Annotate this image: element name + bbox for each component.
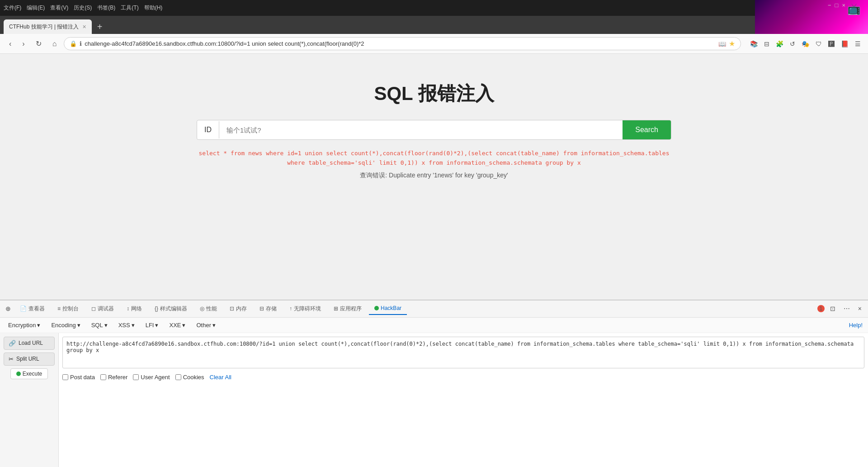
addon3-icon[interactable]: 🅿 — [826, 38, 836, 49]
search-form: ID Search — [197, 120, 671, 140]
hackbar-menu-xss[interactable]: XSS ▾ — [116, 320, 137, 330]
tab-close-icon[interactable]: × — [82, 23, 86, 30]
debugger-icon: ◻ — [91, 305, 96, 312]
cookies-checkbox[interactable] — [175, 374, 181, 380]
tab-inspector[interactable]: 📄 查看器 — [14, 302, 50, 315]
back-button[interactable]: ‹ — [5, 38, 15, 50]
minimize-button[interactable]: − — [828, 2, 831, 9]
console-icon: ≡ — [57, 305, 61, 312]
network-icon: ↕ — [127, 305, 129, 312]
cookies-label: Cookies — [183, 374, 204, 381]
tab-accessibility[interactable]: ↑ 无障碍环境 — [284, 302, 326, 315]
hackbar-menu-xxe[interactable]: XXE ▾ — [166, 320, 188, 330]
split-url-button[interactable]: ✂ Split URL — [4, 353, 55, 366]
bookmark-star-icon[interactable]: ★ — [729, 39, 735, 48]
home-button[interactable]: ⌂ — [49, 38, 61, 50]
tab-application[interactable]: ⊞ 应用程序 — [328, 302, 367, 315]
addon4-icon[interactable]: 📕 — [839, 38, 850, 49]
sql-chevron-icon: ▾ — [104, 322, 108, 329]
page-title: SQL 报错注入 — [374, 81, 494, 106]
addon1-icon[interactable]: 🎭 — [800, 38, 811, 49]
sql-query-line1: select * from news where id=1 union sele… — [197, 149, 671, 158]
devtools-more-icon[interactable]: ⋯ — [841, 303, 853, 314]
menu-tools[interactable]: 工具(T) — [121, 4, 138, 12]
error-badge: 1 — [817, 305, 825, 312]
forward-button[interactable]: › — [19, 38, 28, 50]
clear-all-button[interactable]: Clear All — [210, 374, 231, 381]
info-icon: ℹ — [80, 40, 82, 47]
hackbar-sidebar: 🔗 Load URL ✂ Split URL Execute — [0, 333, 59, 467]
hackbar-menu-encryption[interactable]: Encryption ▾ — [5, 320, 43, 330]
tab-hackbar[interactable]: HackBar — [369, 302, 407, 315]
devtools-pick-icon[interactable]: ⊕ — [4, 303, 13, 314]
menu-help[interactable]: 帮助(H) — [144, 4, 163, 12]
pocket-icon[interactable]: ↺ — [788, 38, 797, 49]
post-data-label: Post data — [70, 374, 95, 381]
menu-edit[interactable]: 编辑(E) — [27, 4, 45, 12]
id-input[interactable] — [219, 122, 623, 138]
tab-storage[interactable]: ⊟ 存储 — [254, 302, 282, 315]
menu-bookmarks[interactable]: 书签(B) — [97, 4, 115, 12]
split-url-icon: ✂ — [9, 356, 14, 362]
execute-button[interactable]: Execute — [10, 368, 48, 379]
search-button[interactable]: Search — [623, 120, 671, 139]
hackbar-help-button[interactable]: Help! — [849, 322, 863, 329]
refresh-button[interactable]: ↻ — [32, 38, 45, 50]
sql-query-line2: where table_schema='sqli' limit 0,1)) x … — [197, 158, 671, 168]
tab-console[interactable]: ≡ 控制台 — [52, 302, 84, 315]
nav-extra-icons: 📚 ⊟ 🧩 ↺ 🎭 🛡 🅿 📕 ☰ — [748, 38, 863, 49]
execute-area: Execute — [4, 368, 55, 379]
xxe-chevron-icon: ▾ — [182, 322, 185, 329]
load-url-icon: 🔗 — [9, 340, 16, 347]
user-agent-checkbox-label[interactable]: User Agent — [133, 374, 170, 381]
tab-network[interactable]: ↕ 网络 — [121, 302, 147, 315]
other-chevron-icon: ▾ — [212, 322, 216, 329]
tab-bar: CTFHub 技能学习 | 报错注入 × + — [0, 16, 868, 34]
browser-tab[interactable]: CTFHub 技能学习 | 报错注入 × — [4, 19, 92, 34]
page-content: SQL 报错注入 ID Search select * from news wh… — [0, 54, 868, 300]
hackbar-menu-sql[interactable]: SQL ▾ — [89, 320, 110, 330]
tab-performance[interactable]: ◎ 性能 — [194, 302, 222, 315]
post-data-checkbox[interactable] — [62, 374, 68, 380]
address-bar-input[interactable] — [85, 40, 716, 47]
sql-error-message: 查询错误: Duplicate entry '1news' for key 'g… — [197, 172, 671, 180]
menu-history[interactable]: 历史(S) — [74, 4, 92, 12]
inspector-icon: 📄 — [20, 305, 27, 312]
load-url-button[interactable]: 🔗 Load URL — [4, 337, 55, 350]
execute-icon — [16, 372, 21, 376]
library-icon[interactable]: 📚 — [748, 38, 760, 49]
devtools-close-icon[interactable]: × — [855, 303, 864, 314]
lfi-chevron-icon: ▾ — [155, 322, 158, 329]
maximize-button[interactable]: □ — [835, 2, 839, 9]
menu-view[interactable]: 查看(V) — [50, 4, 68, 12]
xss-chevron-icon: ▾ — [132, 322, 135, 329]
post-data-checkbox-label[interactable]: Post data — [62, 374, 95, 381]
menu-icon[interactable]: ☰ — [853, 38, 863, 49]
tab-style-editor[interactable]: {} 样式编辑器 — [149, 302, 193, 315]
devtools-right-controls: 1 ⊡ ⋯ × — [817, 303, 864, 314]
referer-checkbox[interactable] — [100, 374, 106, 380]
id-label: ID — [197, 121, 219, 138]
cookies-checkbox-label[interactable]: Cookies — [175, 374, 204, 381]
menu-file[interactable]: 文件(F) — [4, 4, 21, 12]
user-agent-checkbox[interactable] — [133, 374, 139, 380]
addon2-icon[interactable]: 🛡 — [814, 38, 824, 49]
url-textarea[interactable]: http://challenge-a8c4fcd7a6890e16.sandbo… — [62, 337, 864, 368]
referer-checkbox-label[interactable]: Referer — [100, 374, 127, 381]
storage-icon: ⊟ — [259, 305, 264, 312]
address-bar-container[interactable]: 🔒 ℹ 📖 ★ — [64, 37, 741, 50]
reader-mode-icon[interactable]: 📖 — [718, 40, 726, 48]
style-editor-icon: {} — [155, 305, 158, 312]
tab-memory[interactable]: ⊡ 内存 — [224, 302, 252, 315]
hackbar-menu-lfi[interactable]: LFI ▾ — [143, 320, 161, 330]
sync-icon[interactable]: ⊟ — [762, 38, 771, 49]
extensions-icon[interactable]: 🧩 — [774, 38, 785, 49]
hackbar-menu-other[interactable]: Other ▾ — [193, 320, 218, 330]
hackbar-menu-encoding[interactable]: Encoding ▾ — [48, 320, 83, 330]
close-button[interactable]: × — [842, 2, 845, 9]
hackbar-menu-bar: Encryption ▾ Encoding ▾ SQL ▾ XSS ▾ LFI — [0, 318, 868, 333]
hackbar-panel: Encryption ▾ Encoding ▾ SQL ▾ XSS ▾ LFI — [0, 318, 868, 467]
devtools-dock-icon[interactable]: ⊡ — [827, 303, 838, 314]
tab-debugger[interactable]: ◻ 调试器 — [86, 302, 119, 315]
new-tab-button[interactable]: + — [92, 20, 108, 34]
